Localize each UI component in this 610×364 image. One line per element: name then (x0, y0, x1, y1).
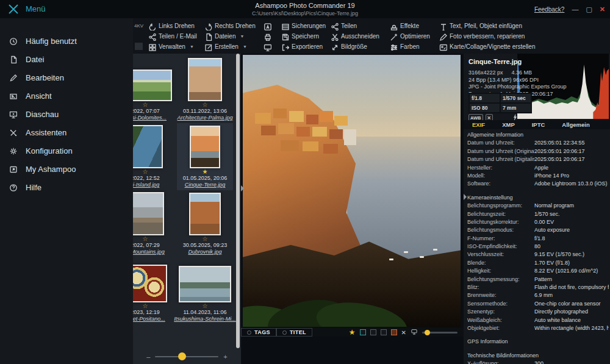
rotate-left-icon (148, 22, 156, 30)
rotate-right-button[interactable]: Rechts Drehen (202, 21, 258, 31)
exif-row: Software:Adobe Lightroom 10.3.0 (iOS) (467, 180, 609, 188)
thumbnail-cinque-terre-selected[interactable]: ★ 01.05.2025, 20:06 Cinque-Terre.jpg (177, 123, 233, 190)
zoom-out-button[interactable]: – (146, 353, 150, 360)
save-icon (281, 32, 289, 41)
sidebar-item-datei[interactable]: Datei (0, 50, 133, 68)
create-card-collage-button[interactable]: Karte/Collage/Vignette erstellen (437, 41, 537, 52)
frame-tool-button[interactable] (261, 21, 276, 31)
star-icon[interactable]: ☆ (203, 101, 208, 108)
thumbnail-image (179, 266, 231, 302)
monitor-icon[interactable] (411, 327, 418, 338)
pencil-icon (9, 73, 17, 82)
create-button[interactable]: Erstellen▼ (202, 41, 258, 52)
view-toggle-icon[interactable] (381, 329, 387, 335)
repair-photo-button[interactable]: Foto verbessern, reparieren (437, 31, 537, 41)
sidebar-item-assistenten[interactable]: Assistenten (0, 123, 133, 141)
checker-toggle-icon[interactable] (360, 329, 366, 335)
sidebar-item-haeufig-benutzt[interactable]: Häufig benutzt (0, 32, 133, 50)
info-filename: Cinque-Terre.jpg (468, 58, 522, 65)
star-icon-filled[interactable]: ★ (203, 168, 208, 175)
minimize-button[interactable]: — (572, 0, 578, 18)
exif-section: GPS Information (467, 338, 609, 346)
thumbnail-scrollbar[interactable] (236, 54, 240, 348)
star-icon[interactable]: ☆ (203, 302, 208, 309)
sidebar-item-my-ashampoo[interactable]: My Ashampoo (0, 160, 133, 178)
thumbnail-image (133, 265, 167, 302)
thumbnail-island[interactable]: ☆ 2022, 12:52 ri-Island.jpg (133, 123, 173, 190)
aperture-chip: f/1.8 (469, 93, 500, 103)
close-button[interactable]: ✕ (600, 0, 605, 18)
exif-section: Kameraeinstellung (467, 194, 609, 202)
thumbnail-mountains[interactable]: ☆ 2022, 07:29 s-Mountains.jpg (133, 190, 173, 257)
toolbar-col-icons (261, 21, 276, 52)
feedback-link[interactable]: Feedback? (534, 6, 564, 13)
rating-star-icon[interactable]: ★ (349, 329, 356, 336)
viewer-zoom-slider[interactable] (422, 332, 458, 334)
exif-row: Belichtungsprogramm:Normal program (467, 202, 609, 210)
clock-icon (9, 37, 17, 45)
view-toggle-icon[interactable] (370, 329, 376, 335)
effects-button[interactable]: Effekte (387, 21, 434, 31)
color-toggle-icon[interactable] (391, 329, 397, 335)
record-circle-icon (282, 330, 287, 335)
share-button[interactable]: Teilen (328, 21, 384, 31)
zoom-in-button[interactable]: + (223, 353, 227, 360)
optimize-button[interactable]: Optimieren (387, 31, 434, 41)
star-icon[interactable]: ☆ (143, 101, 148, 108)
tags-button[interactable]: TAGS (241, 328, 276, 337)
titel-button[interactable]: TITEL (276, 328, 312, 337)
tab-iptc[interactable]: IPTC (523, 121, 554, 128)
screen-button[interactable] (261, 41, 276, 52)
maximize-button[interactable]: ▢ (586, 0, 592, 18)
thumbnail-dubrovnik[interactable]: ☆ 30.05.2025, 09:23 Dubrovnik.jpg (177, 190, 233, 257)
zoom-slider-knob[interactable] (178, 352, 186, 360)
insert-text-object-button[interactable]: Text, Pfeil, Objekt einfügen (437, 21, 537, 31)
share-email-button[interactable]: Teilen / E-Mail (146, 31, 199, 41)
sidebar-item-konfiguration[interactable]: Konfiguration (0, 141, 133, 160)
print-button[interactable] (261, 31, 276, 41)
exif-row: Blitz:Flash did not fire, compulsory fla… (467, 284, 609, 292)
tab-xmp[interactable]: XMP (493, 121, 523, 128)
exif-row: Datum und Uhrzeit (Original):2025:05:01 … (467, 148, 609, 156)
exif-row: Blende:1.70 EV (f/1.8) (467, 260, 609, 268)
export-button[interactable]: Exportieren (279, 41, 325, 52)
thumbnail-image (188, 58, 222, 101)
tab-allgemein[interactable]: Allgemein (553, 121, 598, 128)
star-icon[interactable]: ☆ (143, 168, 148, 175)
zoom-slider-track[interactable] (155, 356, 218, 357)
photo-commander-window: Menü Ashampoo Photo Commander 19 C:\User… (0, 0, 610, 364)
rotate-left-button[interactable]: Links Drehen (146, 21, 199, 31)
colors-button[interactable]: Farben (387, 41, 434, 52)
toolbar: 4KV Links Drehen Teilen / E-Mail Verwalt… (133, 18, 610, 54)
resize-icon (330, 43, 339, 51)
save-button[interactable]: Speichern (279, 31, 325, 41)
thumbnail-itsukushima[interactable]: ☆ 11.04.2023, 11:06 Itsukushima-Schrein-… (177, 257, 233, 324)
thumbnail-grid: ☆ 2022, 07:07 Siusi-Dolomites... ☆ 03.11… (133, 56, 241, 364)
collapse-info-handle[interactable] (464, 194, 467, 200)
collapse-filmstrip-handle[interactable] (241, 185, 244, 191)
viewer-zoom-knob[interactable] (425, 330, 430, 335)
tab-exif[interactable]: EXIF (464, 121, 493, 128)
sidebar-item-hilfe[interactable]: Hilfe (0, 178, 133, 196)
thumbnail-market-positano[interactable]: ☆ 2023, 12:19 arket-Positano... (133, 257, 173, 324)
sidebar-item-ansicht[interactable]: Ansicht (0, 87, 133, 105)
star-icon[interactable]: ☆ (143, 235, 148, 242)
fit-to-screen-icon[interactable]: ✕ (401, 329, 406, 336)
main-photo-cinque-terre[interactable] (243, 55, 461, 327)
thumbnail-siusi-dolomites[interactable]: ☆ 2022, 07:07 Siusi-Dolomites... (133, 56, 173, 123)
resize-button[interactable]: Bildgröße (328, 41, 384, 52)
camera-settings-chips: f/1.8 1/570 sec ISO 80 7 mm (468, 93, 532, 113)
app-title: Ashampoo Photo Commander 19 (0, 2, 610, 9)
thumbnail-image (189, 193, 221, 235)
backups-button[interactable]: Sicherungen (279, 21, 325, 31)
window-arrow-icon (9, 165, 17, 173)
star-icon[interactable]: ☆ (143, 302, 148, 309)
star-icon[interactable]: ☆ (203, 235, 208, 242)
sidebar-item-bearbeiten[interactable]: Bearbeiten (0, 68, 133, 87)
sidebar-item-diaschau[interactable]: Diaschau (0, 105, 133, 123)
thumbnail-architecture-palma[interactable]: ☆ 03.11.2022, 13:06 Architecture-Palma.j… (177, 56, 233, 123)
manage-button[interactable]: Verwalten▼ (146, 41, 199, 52)
cut-button[interactable]: Ausschneiden (328, 31, 384, 41)
exif-row: Belichtungszeit:1/570 sec. (467, 211, 609, 219)
files-button[interactable]: Dateien▼ (202, 31, 258, 41)
